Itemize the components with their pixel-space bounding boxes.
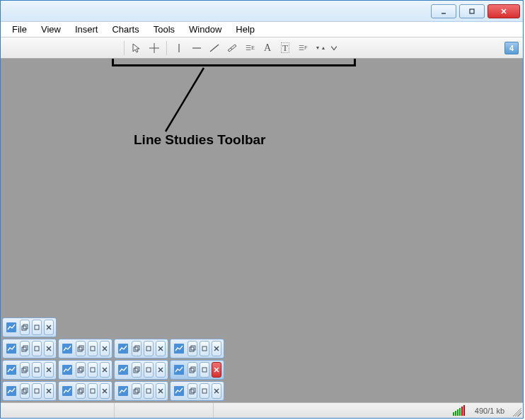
dropdown-button[interactable] xyxy=(330,40,338,56)
status-cell xyxy=(114,403,213,418)
restore-button[interactable] xyxy=(76,383,86,399)
mdi-minimized-window[interactable] xyxy=(170,381,224,401)
close-button[interactable] xyxy=(44,362,54,378)
mdi-minimized-window[interactable] xyxy=(58,381,112,401)
chart-window-icon xyxy=(5,342,18,355)
trendline-button[interactable] xyxy=(206,40,223,56)
maximize-button[interactable] xyxy=(32,320,42,335)
close-button[interactable] xyxy=(156,383,166,399)
mdi-minimized-window[interactable] xyxy=(2,381,57,401)
mdi-minimized-window[interactable] xyxy=(114,339,168,358)
mdi-minimized-window[interactable] xyxy=(114,360,168,380)
svg-rect-84 xyxy=(146,389,151,393)
mdi-minimized-window[interactable] xyxy=(170,360,224,380)
close-button[interactable] xyxy=(44,320,54,335)
maximize-button[interactable] xyxy=(32,362,42,378)
mdi-minimized-window[interactable] xyxy=(58,360,112,380)
menu-file[interactable]: File xyxy=(5,23,34,36)
maximize-button[interactable] xyxy=(459,4,485,18)
restore-button[interactable] xyxy=(132,383,142,399)
menu-insert[interactable]: Insert xyxy=(68,23,105,36)
maximize-button[interactable] xyxy=(144,383,154,399)
resize-grip-icon[interactable] xyxy=(510,405,521,416)
maximize-button[interactable] xyxy=(88,341,98,356)
arrows-button[interactable] xyxy=(312,40,329,56)
restore-button[interactable] xyxy=(20,383,30,399)
horizontal-line-button[interactable] xyxy=(188,40,205,56)
restore-button[interactable] xyxy=(20,362,30,378)
restore-button[interactable] xyxy=(20,341,30,356)
fibonacci-e-button[interactable]: ☰E xyxy=(241,40,258,56)
maximize-button[interactable] xyxy=(200,341,209,356)
svg-rect-59 xyxy=(135,367,139,371)
svg-line-14 xyxy=(166,68,204,132)
mdi-minimized-window[interactable] xyxy=(114,381,168,401)
equidistant-channel-button[interactable] xyxy=(224,40,241,56)
close-button[interactable] xyxy=(44,383,54,399)
svg-rect-72 xyxy=(35,389,39,393)
crosshair-tool-button[interactable] xyxy=(146,40,163,56)
text-label-button[interactable]: T xyxy=(277,40,294,56)
restore-button[interactable] xyxy=(188,362,197,378)
mdi-minimized-window[interactable] xyxy=(58,339,112,358)
chart-window-icon xyxy=(61,363,74,376)
close-button[interactable] xyxy=(100,341,110,356)
close-button[interactable] xyxy=(44,341,54,356)
maximize-button[interactable] xyxy=(32,383,42,399)
restore-button[interactable] xyxy=(188,383,197,399)
close-button[interactable] xyxy=(212,383,221,399)
chart-window-icon xyxy=(5,321,18,334)
annotation-label: Line Studies Toolbar xyxy=(134,132,266,148)
chart-window-icon xyxy=(173,342,185,355)
badge-indicator[interactable]: 4 xyxy=(504,42,519,54)
close-button[interactable] xyxy=(212,341,221,356)
chart-window-icon xyxy=(61,385,74,397)
fibonacci-f-button[interactable]: ☰F xyxy=(294,40,311,56)
close-button[interactable] xyxy=(156,341,166,356)
svg-line-9 xyxy=(228,45,235,50)
maximize-button[interactable] xyxy=(144,362,154,378)
close-button[interactable] xyxy=(100,383,110,399)
cursor-tool-button[interactable] xyxy=(128,40,145,56)
text-button[interactable]: A xyxy=(259,40,276,56)
minimize-button[interactable] xyxy=(431,4,456,18)
svg-rect-28 xyxy=(78,347,82,351)
menu-charts[interactable]: Charts xyxy=(105,23,146,36)
mdi-minimized-window[interactable] xyxy=(2,339,57,358)
maximize-button[interactable] xyxy=(88,362,98,378)
restore-button[interactable] xyxy=(132,341,142,356)
crosshair-icon xyxy=(149,42,160,54)
vertical-line-button[interactable] xyxy=(171,40,188,56)
restore-button[interactable] xyxy=(132,362,142,378)
close-button[interactable] xyxy=(156,362,166,378)
menu-help[interactable]: Help xyxy=(229,23,262,36)
menu-window[interactable]: Window xyxy=(182,23,229,36)
mdi-minimized-window[interactable] xyxy=(170,339,224,358)
menu-view[interactable]: View xyxy=(34,23,68,36)
arrows-icon xyxy=(315,42,326,54)
svg-rect-70 xyxy=(22,390,26,394)
svg-rect-17 xyxy=(23,325,28,329)
app-window: File View Insert Charts Tools Window Hel… xyxy=(0,0,524,419)
close-button[interactable] xyxy=(100,362,110,378)
svg-rect-23 xyxy=(23,346,28,350)
maximize-button[interactable] xyxy=(32,341,42,356)
close-button[interactable] xyxy=(212,362,221,378)
mdi-minimized-window[interactable] xyxy=(2,317,57,337)
svg-rect-52 xyxy=(78,368,82,373)
maximize-button[interactable] xyxy=(200,362,209,378)
chevron-down-icon xyxy=(330,42,338,54)
menu-tools[interactable]: Tools xyxy=(146,23,182,36)
svg-rect-53 xyxy=(79,367,83,371)
mdi-minimized-window[interactable] xyxy=(2,360,57,380)
svg-rect-41 xyxy=(191,346,195,350)
close-button[interactable] xyxy=(487,4,520,18)
svg-rect-90 xyxy=(202,389,207,393)
restore-button[interactable] xyxy=(20,320,30,335)
maximize-button[interactable] xyxy=(144,341,154,356)
restore-button[interactable] xyxy=(76,362,86,378)
restore-button[interactable] xyxy=(76,341,86,356)
maximize-button[interactable] xyxy=(88,383,98,399)
maximize-button[interactable] xyxy=(200,383,209,399)
restore-button[interactable] xyxy=(188,341,197,356)
